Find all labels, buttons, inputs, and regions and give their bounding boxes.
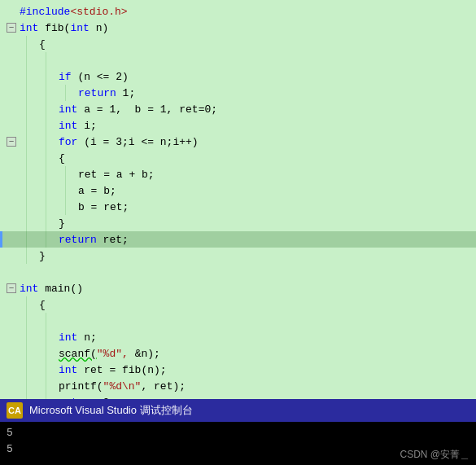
line-content: } (39, 250, 476, 262)
indent-guide (26, 101, 27, 117)
code-line: scanf("%d", &n); (0, 345, 476, 362)
indent-guide (26, 166, 27, 182)
line-content: return 1; (78, 87, 476, 99)
code-token: int (59, 331, 77, 344)
indent-guide (46, 199, 46, 215)
line-content: scanf("%d", &n); (59, 348, 476, 360)
code-line: { (0, 36, 476, 52)
code-token: n) (90, 22, 108, 34)
console-title: Microsoft Visual Studio 调试控制台 (29, 403, 193, 418)
indent-guide (46, 313, 46, 329)
code-line: { (0, 150, 476, 166)
code-line: int ret = fib(n); (0, 362, 476, 378)
code-token: int (59, 103, 77, 116)
code-token: int (20, 22, 38, 34)
code-line: ret = a + b; (0, 166, 476, 182)
indent-guide (26, 394, 27, 399)
code-token: int (70, 22, 89, 34)
code-line: return 1; (0, 85, 476, 101)
indent-guide (26, 134, 27, 150)
indent-guide (26, 329, 27, 345)
line-content: return 0; (59, 397, 476, 400)
code-line: b = ret; (0, 199, 476, 215)
code-token: int (59, 120, 77, 132)
line-content: #include<stdio.h> (20, 6, 476, 18)
indent-guide (65, 166, 66, 182)
code-token: 1; (116, 87, 135, 99)
indent-guide (26, 150, 27, 166)
indent-guide (46, 101, 46, 117)
indent-guide (26, 215, 27, 231)
code-line: int a = 1, b = 1, ret=0; (0, 101, 476, 117)
indent-guide (46, 215, 46, 231)
code-token: { (59, 152, 65, 165)
gutter: − (3, 283, 20, 293)
indent-guide (46, 85, 46, 101)
code-token: ret; (97, 234, 129, 246)
indent-guide (46, 231, 46, 248)
indent-guide (26, 345, 27, 362)
indent-guide (26, 36, 27, 52)
code-line: int n; (0, 329, 476, 345)
code-token: #include (20, 6, 70, 18)
fold-button[interactable]: − (7, 23, 16, 33)
code-token: return (59, 397, 97, 400)
code-line (0, 52, 476, 68)
line-content: { (59, 152, 476, 165)
console-header: CA Microsoft Visual Studio 调试控制台 (0, 399, 476, 422)
code-token: if (59, 71, 72, 83)
code-token: { (39, 299, 46, 311)
fold-button[interactable]: − (7, 137, 16, 147)
line-content: printf("%d\n", ret); (59, 380, 476, 393)
console-body: 55 CSDN @安菁＿ (0, 422, 476, 465)
code-line: } (0, 215, 476, 231)
indent-guide (46, 68, 46, 85)
indent-guide (26, 231, 27, 248)
console-icon: CA (7, 402, 23, 419)
code-token: int (59, 364, 77, 376)
code-token: "%d", (97, 348, 129, 360)
indent-guide (26, 117, 27, 134)
line-content: { (39, 299, 476, 311)
indent-guide (26, 296, 27, 313)
indent-guide (65, 182, 66, 199)
code-token: for (59, 136, 77, 148)
indent-guide (26, 248, 27, 264)
indent-guide (46, 378, 46, 394)
csdn-badge: CSDN @安菁＿ (400, 448, 469, 462)
code-line (0, 264, 476, 280)
code-token: } (39, 250, 46, 262)
line-content: a = b; (78, 185, 476, 197)
code-token: (i = 3;i <= n;i++) (77, 136, 198, 148)
code-line: a = b; (0, 182, 476, 199)
code-line: −for (i = 3;i <= n;i++) (0, 134, 476, 150)
indent-guide (46, 166, 46, 182)
code-editor: #include<stdio.h>−int fib(int n){if (n <… (0, 0, 476, 399)
indent-guide (26, 378, 27, 394)
indent-guide (46, 52, 46, 68)
gutter: − (3, 23, 20, 33)
line-content: int n; (59, 331, 476, 344)
code-token: main() (38, 283, 83, 295)
code-token: a = 1, b = 1, ret=0; (77, 103, 217, 116)
code-token: return (59, 234, 97, 246)
fold-button[interactable]: − (7, 283, 16, 293)
code-token: printf( (59, 380, 103, 393)
code-token: return (78, 87, 116, 99)
line-content: for (i = 3;i <= n;i++) (59, 136, 476, 148)
line-content: { (39, 38, 476, 50)
code-line (0, 313, 476, 329)
indent-guide (26, 199, 27, 215)
code-line: −int main() (0, 280, 476, 296)
line-content: int main() (20, 283, 476, 295)
code-token: "%d\n" (103, 380, 142, 393)
indent-guide (46, 150, 46, 166)
line-content: int a = 1, b = 1, ret=0; (59, 103, 476, 116)
code-token: a = b; (78, 185, 116, 197)
indent-guide (26, 182, 27, 199)
line-content: if (n <= 2) (59, 71, 476, 83)
code-line: return 0; (0, 394, 476, 399)
indent-guide (26, 362, 27, 378)
indent-guide (26, 68, 27, 85)
code-line: if (n <= 2) (0, 68, 476, 85)
